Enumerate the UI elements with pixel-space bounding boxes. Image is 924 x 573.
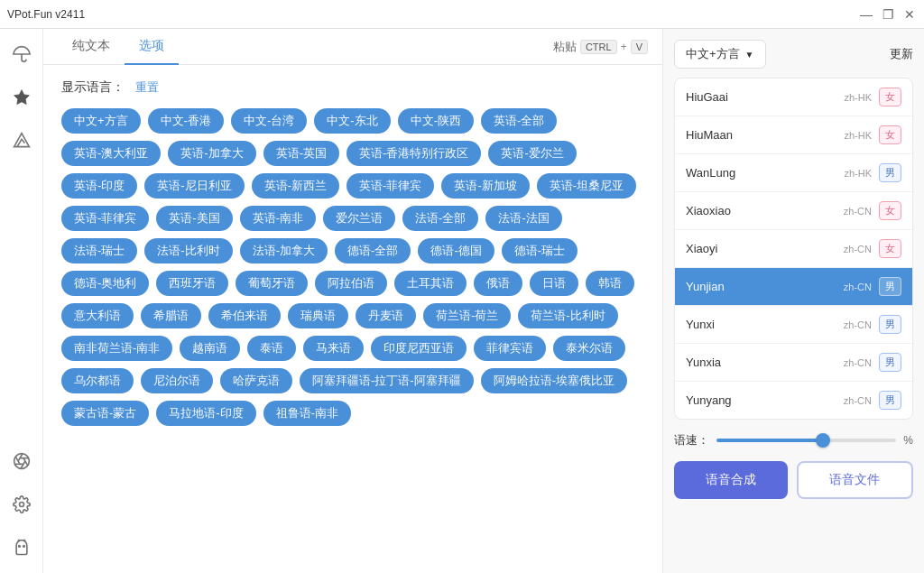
language-tag[interactable]: 土耳其语 <box>394 271 467 296</box>
voice-item[interactable]: Xiaoyizh-CN女 <box>675 230 912 268</box>
language-tag[interactable]: 尼泊尔语 <box>141 368 213 393</box>
voice-item[interactable]: Yunxiazh-CN男 <box>675 344 912 382</box>
language-tag[interactable]: 中文-陕西 <box>398 108 474 134</box>
language-tag[interactable]: 法语-瑞士 <box>61 238 137 263</box>
language-tag[interactable]: 希腊语 <box>141 303 201 328</box>
gender-badge: 女 <box>879 125 901 144</box>
language-tag[interactable]: 中文-香港 <box>148 108 224 134</box>
voice-name: HiuGaai <box>686 90 844 104</box>
language-tag[interactable]: 蒙古语-蒙古 <box>61 401 149 426</box>
language-tag[interactable]: 俄语 <box>474 271 522 296</box>
language-tag[interactable]: 阿塞拜疆语-拉丁语-阿塞拜疆 <box>300 368 474 393</box>
voice-item[interactable]: Yunjianzh-CN男 <box>675 268 912 306</box>
svg-point-9 <box>19 503 23 507</box>
tab-plaintext[interactable]: 纯文本 <box>58 29 125 65</box>
language-tag[interactable]: 法语-加拿大 <box>240 238 328 263</box>
language-tag[interactable]: 英语-新加坡 <box>441 173 529 199</box>
speed-slider[interactable] <box>716 439 896 442</box>
language-tag[interactable]: 泰米尔语 <box>553 336 625 361</box>
language-tag[interactable]: 德语-全部 <box>335 238 411 263</box>
sidebar-icon-star[interactable] <box>7 83 36 112</box>
language-tag[interactable]: 中文-台湾 <box>231 108 307 134</box>
voice-item[interactable]: Yunxizh-CN男 <box>675 306 912 344</box>
language-tag[interactable]: 西班牙语 <box>156 271 228 296</box>
tab-options[interactable]: 选项 <box>125 29 179 65</box>
language-tag[interactable]: 法语-比利时 <box>144 238 232 263</box>
language-tag[interactable]: 菲律宾语 <box>474 336 546 361</box>
lang-selector[interactable]: 中文+方言 ▼ <box>674 40 766 69</box>
sidebar-icon-aperture[interactable] <box>7 447 36 476</box>
voice-item[interactable]: Xiaoxiaozh-CN女 <box>675 192 912 230</box>
language-tag[interactable]: 瑞典语 <box>288 303 348 328</box>
language-tag[interactable]: 哈萨克语 <box>220 368 292 393</box>
gender-badge: 女 <box>879 88 901 106</box>
language-tag[interactable]: 韩语 <box>586 271 634 296</box>
language-tag[interactable]: 英语-新西兰 <box>252 173 339 199</box>
language-tag[interactable]: 乌尔都语 <box>61 368 134 393</box>
voice-lang: zh-CN <box>844 244 872 254</box>
maximize-button[interactable]: ❐ <box>881 7 895 22</box>
language-tag[interactable]: 葡萄牙语 <box>236 271 308 296</box>
language-tag[interactable]: 中文-东北 <box>314 108 390 134</box>
language-tag[interactable]: 越南语 <box>180 336 240 361</box>
title-bar-controls: — ❐ ✕ <box>859 7 917 22</box>
language-tag[interactable]: 英语-香港特别行政区 <box>346 141 481 166</box>
language-tag[interactable]: 泰语 <box>247 336 296 361</box>
gender-badge: 男 <box>879 315 901 334</box>
voice-item[interactable]: Yunyangzh-CN男 <box>675 382 912 419</box>
language-tag[interactable]: 法语-全部 <box>402 206 478 231</box>
right-panel-header: 中文+方言 ▼ 更新 <box>674 40 913 69</box>
language-tag[interactable]: 祖鲁语-南非 <box>263 401 351 426</box>
minimize-button[interactable]: — <box>859 7 873 22</box>
language-tag[interactable]: 南非荷兰语-南非 <box>61 336 172 361</box>
language-tag[interactable]: 德语-奥地利 <box>61 271 149 296</box>
speed-row: 语速： % <box>674 429 913 452</box>
reset-button[interactable]: 重置 <box>135 79 159 96</box>
language-tag[interactable]: 德语-瑞士 <box>502 238 578 263</box>
tags-container: 中文+方言中文-香港中文-台湾中文-东北中文-陕西英语-全部英语-澳大利亚英语-… <box>61 108 644 426</box>
language-tag[interactable]: 意大利语 <box>61 303 134 328</box>
voice-item[interactable]: HiuGaaizh-HK女 <box>675 79 912 116</box>
voice-name: WanLung <box>686 166 844 180</box>
language-tag[interactable]: 英语-尼日利亚 <box>144 173 244 199</box>
language-tag[interactable]: 希伯来语 <box>208 303 281 328</box>
language-tag[interactable]: 英语-全部 <box>481 108 557 134</box>
file-button[interactable]: 语音文件 <box>797 461 914 499</box>
language-tag[interactable]: 爱尔兰语 <box>323 206 395 231</box>
language-tag[interactable]: 日语 <box>530 271 578 296</box>
language-tag[interactable]: 丹麦语 <box>356 303 416 328</box>
sidebar-icon-umbrella[interactable] <box>7 40 36 69</box>
language-tag[interactable]: 荷兰语-比利时 <box>518 303 617 328</box>
language-tag[interactable]: 英语-澳大利亚 <box>61 141 161 166</box>
synthesize-button[interactable]: 语音合成 <box>674 461 788 499</box>
language-tag[interactable]: 马拉地语-印度 <box>156 401 255 426</box>
language-tag[interactable]: 印度尼西亚语 <box>371 336 467 361</box>
voice-name: Yunxi <box>686 318 844 331</box>
language-tag[interactable]: 英语-加拿大 <box>168 141 255 166</box>
language-tag[interactable]: 阿姆哈拉语-埃塞俄比亚 <box>481 368 627 393</box>
close-button[interactable]: ✕ <box>902 7 917 22</box>
tabs: 纯文本 选项 <box>58 29 179 64</box>
voice-item[interactable]: WanLungzh-HK男 <box>675 154 912 192</box>
language-tag[interactable]: 英语-南非 <box>240 206 316 231</box>
language-tag[interactable]: 英语-印度 <box>61 173 137 199</box>
language-tag[interactable]: 德语-德国 <box>418 238 494 263</box>
language-tag[interactable]: 英语-坦桑尼亚 <box>537 173 636 199</box>
update-button[interactable]: 更新 <box>890 46 913 62</box>
sidebar-icon-android[interactable] <box>7 533 36 562</box>
language-tag[interactable]: 中文+方言 <box>61 108 141 134</box>
language-tag[interactable]: 荷兰语-荷兰 <box>423 303 511 328</box>
svg-point-13 <box>23 546 24 548</box>
language-tag[interactable]: 法语-法国 <box>485 206 561 231</box>
sidebar-icon-gear[interactable] <box>7 490 36 519</box>
language-tag[interactable]: 英语-爱尔兰 <box>488 141 576 166</box>
language-tag[interactable]: 马来语 <box>303 336 364 361</box>
voice-item[interactable]: HiuMaanzh-HK女 <box>675 116 912 154</box>
sidebar-icon-mountain[interactable] <box>7 126 36 155</box>
language-tag[interactable]: 阿拉伯语 <box>315 271 387 296</box>
voice-name: Yunjian <box>686 280 844 293</box>
language-tag[interactable]: 英语-菲律宾 <box>61 206 149 231</box>
language-tag[interactable]: 英语-英国 <box>263 141 339 166</box>
language-tag[interactable]: 英语-美国 <box>156 206 232 231</box>
language-tag[interactable]: 英语-菲律宾 <box>346 173 434 199</box>
